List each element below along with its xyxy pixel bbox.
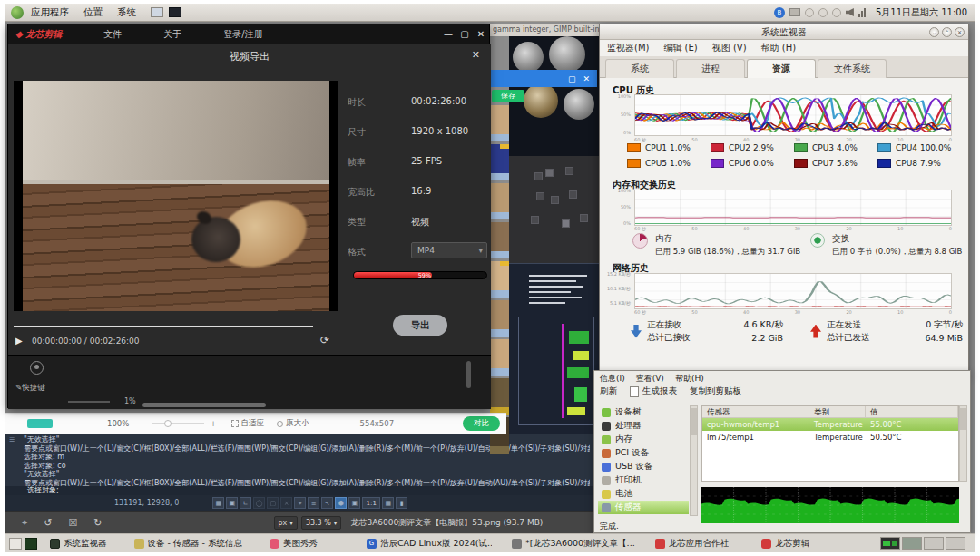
cad-osnap-toggle[interactable]: ▢ xyxy=(267,497,279,509)
cpu-legend-item[interactable]: CPU2 2.9% xyxy=(710,143,774,152)
status-circle-icon[interactable] xyxy=(818,8,828,17)
close-icon[interactable]: ✕ xyxy=(472,49,480,61)
cad-command-prompt[interactable]: 选择对象: xyxy=(5,486,593,495)
taskbar-item-editor[interactable]: 龙芯剪辑 xyxy=(756,536,815,551)
menu-applications[interactable]: 应用程序 xyxy=(24,5,76,21)
tab-system[interactable]: 系统 xyxy=(605,59,674,78)
taskbar-item-cad[interactable]: G浩辰CAD Linux版 2024(试... xyxy=(361,536,497,551)
cad-clean-screen-toggle[interactable]: ▮ xyxy=(396,497,407,509)
cad-snap-toggle[interactable]: ▣ xyxy=(226,497,238,509)
cad-dyn-input-toggle[interactable]: ⌖ xyxy=(294,497,306,509)
column-sensor[interactable]: 传感器 xyxy=(702,406,809,417)
fit-canvas-button[interactable]: 自适应 xyxy=(241,418,265,429)
original-size-button[interactable]: 原大小 xyxy=(286,418,309,429)
bluetooth-icon[interactable]: B xyxy=(774,7,785,18)
selection-chip[interactable] xyxy=(27,419,53,428)
tab-filesystems[interactable]: 文件系统 xyxy=(818,59,887,78)
list-scrollbar[interactable] xyxy=(690,405,698,516)
file-manager-icon[interactable] xyxy=(151,7,163,17)
menu-view[interactable]: 查看(V) xyxy=(636,373,664,385)
workspace-thumbnail[interactable] xyxy=(902,537,922,550)
taskbar-item-gimp[interactable]: *[龙芯3A6000测评文章【... xyxy=(506,536,641,551)
cpu-legend-item[interactable]: CPU7 5.8% xyxy=(794,159,858,168)
zoom-in-button[interactable]: + xyxy=(210,419,216,428)
workspace-thumbnail[interactable] xyxy=(880,537,900,550)
gimp-tool-icon[interactable] xyxy=(565,167,573,175)
status-circle-icon[interactable] xyxy=(832,8,841,17)
copy-clipboard-button[interactable]: 复制到剪贴板 xyxy=(690,385,741,397)
format-dropdown[interactable]: MP4 ▾ xyxy=(411,242,487,258)
loop-icon[interactable]: ⟳ xyxy=(320,334,329,346)
column-value[interactable]: 值 xyxy=(866,406,958,417)
timeline-zoom-slider[interactable] xyxy=(68,401,110,403)
gimp-tool-icon[interactable] xyxy=(545,169,554,177)
menu-file[interactable]: 文件 xyxy=(103,28,122,41)
menu-places[interactable]: 位置 xyxy=(76,5,110,21)
gimp-zoom-select[interactable]: 33.3 % ▾ xyxy=(301,516,342,530)
minimize-icon[interactable]: ⌄ xyxy=(929,27,939,37)
generate-report-button[interactable]: 生成报表 xyxy=(630,385,677,397)
menu-edit[interactable]: 编辑 (E) xyxy=(663,42,697,54)
template-thumbnail[interactable] xyxy=(490,339,509,376)
compare-button[interactable]: 对比 xyxy=(463,416,500,431)
menu-help[interactable]: 帮助 (H) xyxy=(761,42,797,54)
timeline-horizontal-scrollbar[interactable] xyxy=(142,403,266,407)
meitu-save-button[interactable]: 保存 xyxy=(492,90,524,102)
scrollbar-thumb[interactable] xyxy=(691,408,697,435)
distro-menu-icon[interactable] xyxy=(11,6,24,19)
play-icon[interactable]: ▶ xyxy=(15,336,23,346)
tab-processes[interactable]: 进程 xyxy=(676,59,745,78)
close-icon[interactable]: ✕ xyxy=(473,29,489,39)
gimp-tool-icon[interactable] xyxy=(536,192,544,200)
sidebar-item-processor[interactable]: 处理器 xyxy=(598,419,689,433)
table-row[interactable]: lm75/temp1 Temperature 50.50°C xyxy=(702,431,958,444)
gimp-unit-select[interactable]: px ▾ xyxy=(274,516,298,530)
cad-annotation-toggle[interactable]: ▣ xyxy=(348,497,360,509)
minimize-icon[interactable]: — xyxy=(440,29,456,39)
close-icon[interactable]: ✕ xyxy=(955,27,965,37)
cpu-legend-item[interactable]: CPU8 7.9% xyxy=(877,159,941,168)
column-type[interactable]: 类别 xyxy=(809,406,866,417)
zoom-out-button[interactable]: − xyxy=(140,419,146,428)
taskbar-item-coop[interactable]: 龙芯应用合作社 xyxy=(650,536,735,551)
menu-system[interactable]: 系统 xyxy=(110,5,143,21)
workspace-thumbnail[interactable] xyxy=(924,537,944,550)
taskbar-item-sensors[interactable]: 设备 - 传感器 - 系统信息 xyxy=(129,536,248,551)
cad-lineweight-toggle[interactable]: ≡ xyxy=(308,497,319,509)
export-button[interactable]: 导出 xyxy=(393,315,447,336)
menu-monitor[interactable]: 监视器(M) xyxy=(607,42,649,54)
maximize-icon[interactable]: ▢ xyxy=(456,29,473,39)
menu-info[interactable]: 信息(I) xyxy=(600,373,625,385)
table-scrollbar[interactable] xyxy=(959,405,967,482)
maximize-icon[interactable]: ▢ xyxy=(568,74,576,83)
avatar-icon[interactable] xyxy=(30,361,44,375)
maximize-icon[interactable]: ⌃ xyxy=(942,27,952,37)
sidebar-item-memory[interactable]: 内存 xyxy=(598,433,689,446)
sidebar-item-usb[interactable]: USB 设备 xyxy=(598,460,689,473)
table-header-row[interactable]: 传感器 类别 值 xyxy=(702,406,958,418)
gimp-tool-icon[interactable] xyxy=(562,219,570,228)
cpu-legend-item[interactable]: CPU3 4.0% xyxy=(794,143,858,152)
status-circle-icon[interactable] xyxy=(805,8,814,17)
cad-select-cycling-toggle[interactable]: ↖ xyxy=(321,497,333,509)
gimp-redo-icon[interactable]: ↻ xyxy=(93,517,102,529)
menu-help[interactable]: 帮助(H) xyxy=(675,373,704,385)
workspace-thumbnail[interactable] xyxy=(946,537,965,550)
gimp-pointer-tool-icon[interactable]: ⌖ xyxy=(22,517,27,529)
gimp-tool-icon[interactable] xyxy=(534,172,543,180)
printer-icon[interactable] xyxy=(789,8,800,16)
cad-ortho-toggle[interactable]: ∟ xyxy=(240,497,251,509)
refresh-button[interactable]: 刷新 xyxy=(600,385,617,397)
template-thumbnail[interactable] xyxy=(490,261,509,298)
gimp-tool-icon[interactable] xyxy=(569,190,577,199)
sidebar-item-pci[interactable]: PCI 设备 xyxy=(598,446,689,460)
gimp-cancel-icon[interactable]: ☒ xyxy=(68,517,77,529)
cpu-legend-item[interactable]: CPU5 1.0% xyxy=(627,159,691,168)
menu-login[interactable]: 登录/注册 xyxy=(223,28,262,41)
zoom-slider[interactable] xyxy=(152,423,204,424)
window-title-bar[interactable]: 系统监视器 xyxy=(600,24,968,40)
template-thumbnail[interactable] xyxy=(490,378,509,415)
gimp-tool-icon[interactable] xyxy=(580,214,588,222)
cad-grid-toggle[interactable]: ▦ xyxy=(212,497,224,509)
shortcut-keys-button[interactable]: ✎快捷键 xyxy=(15,383,45,394)
